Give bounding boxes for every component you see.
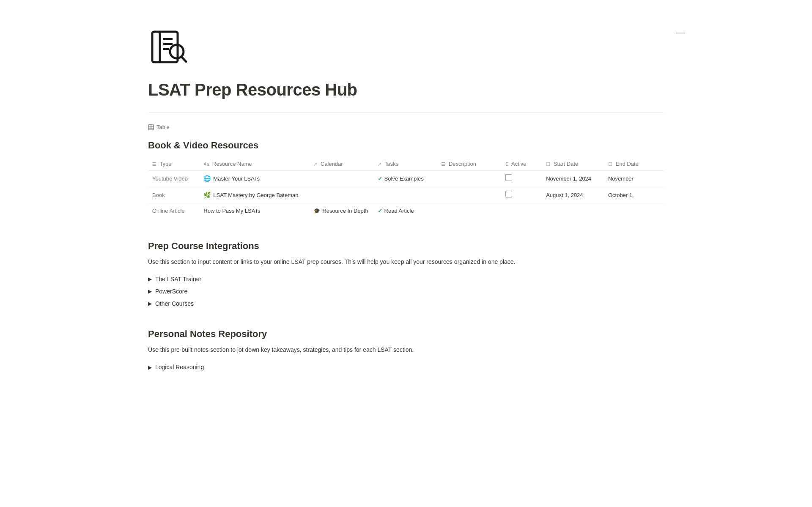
row3-start-date (542, 203, 604, 219)
row1-end-date: November (604, 171, 664, 187)
row3-description (437, 203, 501, 219)
table-row[interactable]: Book 🌿 LSAT Mastery by George Bateman Au… (148, 187, 664, 203)
personal-notes-heading: Personal Notes Repository (148, 327, 664, 341)
table-view-toggle[interactable]: Table (148, 123, 664, 132)
row1-calendar (309, 171, 373, 187)
toggle-arrow-icon: ▶ (148, 364, 152, 371)
page-container: — LSAT Prep Resources Hub (110, 0, 702, 424)
minimize-button[interactable]: — (676, 25, 685, 39)
check-icon-2: ✓ (378, 207, 382, 215)
list-item[interactable]: ▶ Logical Reasoning (148, 361, 664, 373)
table-row[interactable]: Youtube Video 🌐 Master Your LSATs ✓ Solv… (148, 171, 664, 187)
divider (148, 112, 664, 113)
row3-calendar: 🎓 Resource In Depth (309, 203, 373, 219)
active-checkbox-2[interactable] (505, 191, 512, 197)
table-row[interactable]: Online Article How to Pass My LSATs 🎓 Re… (148, 203, 664, 219)
row2-start-date: August 1, 2024 (542, 187, 604, 203)
svg-rect-7 (148, 125, 154, 130)
col-header-description[interactable]: ☰ Description (437, 157, 501, 171)
col-header-tasks[interactable]: ↗ Tasks (373, 157, 437, 171)
table-header-row: ☰ Type Aa Resource Name ↗ Calendar ↗ Tas… (148, 157, 664, 171)
prep-course-section: Prep Course Integrations Use this sectio… (148, 239, 664, 310)
sum-icon: Σ (505, 161, 508, 168)
table-view-label: Table (156, 123, 170, 132)
personal-notes-section: Personal Notes Repository Use this pre-b… (148, 327, 664, 373)
row2-name-emoji: 🌿 (203, 191, 211, 200)
resources-table: ☰ Type Aa Resource Name ↗ Calendar ↗ Tas… (148, 157, 664, 219)
toggle-arrow-icon: ▶ (148, 300, 152, 307)
personal-notes-description: Use this pre-built notes section to jot … (148, 345, 664, 354)
row1-name-emoji: 🌐 (203, 174, 211, 183)
table-icon (148, 124, 154, 130)
prep-course-list: ▶ The LSAT Trainer ▶ PowerScore ▶ Other … (148, 273, 664, 310)
toggle-arrow-icon: ▶ (148, 275, 152, 283)
row1-active[interactable] (501, 171, 542, 187)
col-header-calendar[interactable]: ↗ Calendar (309, 157, 373, 171)
list-icon: ☰ (152, 161, 156, 168)
row1-tasks: ✓ Solve Examples (373, 171, 437, 187)
list-item[interactable]: ▶ PowerScore (148, 285, 664, 298)
row3-active (501, 203, 542, 219)
list-item[interactable]: ▶ The LSAT Trainer (148, 273, 664, 285)
row1-start-date: November 1, 2024 (542, 171, 604, 187)
row3-end-date (604, 203, 664, 219)
list-icon-2: ☰ (441, 161, 445, 168)
page-title: LSAT Prep Resources Hub (148, 77, 664, 102)
col-header-start-date[interactable]: ☐ Start Date (542, 157, 604, 171)
calendar-icon-2: ☐ (608, 161, 612, 168)
row3-name: How to Pass My LSATs (199, 203, 309, 219)
col-header-end-date[interactable]: ☐ End Date (604, 157, 664, 171)
row3-calendar-emoji: 🎓 (313, 207, 320, 215)
check-icon: ✓ (378, 175, 382, 183)
list-item[interactable]: ▶ Other Courses (148, 298, 664, 310)
row2-name: 🌿 LSAT Mastery by George Bateman (199, 187, 309, 203)
personal-notes-list: ▶ Logical Reasoning (148, 361, 664, 373)
active-checkbox-1[interactable] (505, 174, 512, 181)
arrow-up-right-icon: ↗ (313, 161, 317, 168)
row2-calendar (309, 187, 373, 203)
row2-tasks (373, 187, 437, 203)
prep-course-description: Use this section to input content or lin… (148, 257, 664, 266)
col-header-name[interactable]: Aa Resource Name (199, 157, 309, 171)
row1-name: 🌐 Master Your LSATs (199, 171, 309, 187)
col-header-active[interactable]: Σ Active (501, 157, 542, 171)
row2-active[interactable] (501, 187, 542, 203)
row3-tasks: ✓ Read Article (373, 203, 437, 219)
row1-description (437, 171, 501, 187)
toggle-arrow-icon: ▶ (148, 288, 152, 295)
row1-type: Youtube Video (148, 171, 199, 187)
row2-description (437, 187, 501, 203)
table-section: Table Book & Video Resources ☰ Type Aa R… (148, 123, 664, 219)
calendar-icon: ☐ (546, 161, 550, 168)
page-icon (148, 25, 664, 70)
row2-type: Book (148, 187, 199, 203)
arrow-up-right-icon-2: ↗ (378, 161, 381, 168)
row2-end-date: October 1, (604, 187, 664, 203)
prep-course-heading: Prep Course Integrations (148, 239, 664, 253)
table-section-heading: Book & Video Resources (148, 138, 664, 152)
aa-icon: Aa (203, 161, 209, 167)
col-header-type[interactable]: ☰ Type (148, 157, 199, 171)
svg-line-6 (181, 57, 186, 62)
row3-type: Online Article (148, 203, 199, 219)
